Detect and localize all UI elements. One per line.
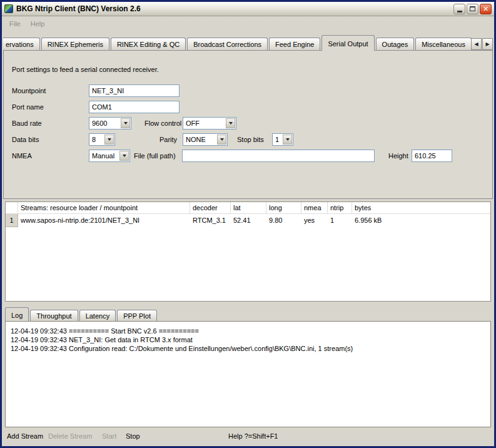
titlebar[interactable]: BKG Ntrip Client (BNC) Version 2.6 ✕ (2, 2, 494, 16)
baud-rate-label: Baud rate (12, 117, 42, 130)
bytes-column-header: bytes (352, 202, 490, 213)
menubar: File Help (2, 17, 494, 30)
lat-column-header: lat (231, 202, 266, 213)
tab-ppp-plot[interactable]: PPP Plot (117, 310, 157, 321)
flow-control-select[interactable]: OFF (183, 117, 236, 130)
minimize-icon (457, 11, 462, 13)
add-stream-button[interactable]: Add Stream (7, 432, 43, 440)
tab-scroll-right-button[interactable]: ▶ (482, 38, 493, 50)
log-line: 12-04-19 09:32:43 ========== Start BNC v… (11, 327, 485, 335)
baud-rate-select[interactable]: 9600 (89, 117, 131, 130)
long-cell: 9.80 (266, 214, 301, 227)
tab-observations[interactable]: ervations (3, 38, 40, 50)
flow-control-label: Flow control (144, 117, 181, 130)
data-bits-select[interactable]: 8 (89, 133, 115, 146)
tab-log[interactable]: Log (5, 307, 29, 321)
data-bits-value: 8 (92, 135, 96, 144)
stop-bits-select[interactable]: 1 (272, 133, 293, 146)
lat-cell: 52.41 (231, 214, 266, 227)
tab-serial-output[interactable]: Serial Output (321, 35, 374, 51)
tab-bar: ervations RINEX Ephemeris RINEX Editing … (3, 35, 493, 51)
stop-bits-value: 1 (275, 135, 279, 144)
dropdown-arrow-icon (217, 135, 226, 145)
log-line: 12-04-19 09:32:43 NET_3_NI: Get data in … (11, 335, 485, 344)
long-column-header: long (266, 202, 301, 213)
maximize-icon (470, 6, 475, 11)
file-path-label: File (full path) (134, 150, 176, 162)
row-number-cell: 1 (6, 214, 18, 227)
stop-button[interactable]: Stop (126, 432, 140, 440)
right-arrow-icon: ▶ (485, 41, 489, 47)
tab-latency[interactable]: Latency (79, 310, 116, 321)
streams-table-header: Streams: resource loader / mountpoint de… (6, 202, 490, 214)
port-name-input[interactable] (89, 101, 180, 113)
parity-select[interactable]: NONE (183, 133, 228, 146)
height-label: Height (388, 150, 408, 162)
menu-help[interactable]: Help (26, 19, 50, 29)
dropdown-arrow-icon (104, 135, 114, 145)
flow-control-value: OFF (186, 119, 200, 128)
nmea-value: Manual (92, 151, 114, 160)
left-arrow-icon: ◀ (474, 41, 478, 47)
ntrip-column-header: ntrip (328, 202, 352, 213)
tab-feed-engine[interactable]: Feed Engine (269, 38, 320, 50)
tab-scroll-left-button[interactable]: ◀ (471, 38, 482, 50)
menu-file[interactable]: File (4, 19, 26, 29)
height-input[interactable] (412, 150, 452, 162)
start-button[interactable]: Start (102, 432, 116, 440)
tab-rinex-ephemeris[interactable]: RINEX Ephemeris (41, 38, 109, 50)
nmea-select[interactable]: Manual (89, 150, 130, 162)
mountpoint-input[interactable] (89, 84, 180, 97)
close-icon: ✕ (483, 6, 488, 13)
tab-miscellaneous[interactable]: Miscellaneous (415, 38, 472, 50)
close-button[interactable]: ✕ (480, 4, 492, 14)
maximize-button[interactable] (467, 4, 478, 14)
streams-table: Streams: resource loader / mountpoint de… (5, 201, 491, 302)
dropdown-arrow-icon (119, 151, 129, 161)
nmea-cell: yes (301, 214, 328, 227)
tab-outages[interactable]: Outages (376, 38, 415, 50)
stop-bits-label: Stop bits (237, 133, 264, 146)
serial-output-panel: Port settings to feed a serial connected… (3, 50, 493, 199)
footer-bar: Add Stream Delete Stream Start Stop Help… (2, 429, 494, 446)
mountpoint-label: Mountpoint (12, 84, 46, 97)
data-bits-label: Data bits (12, 133, 39, 146)
mountpoint-column-header: Streams: resource loader / mountpoint (18, 202, 190, 213)
tab-broadcast-corrections[interactable]: Broadcast Corrections (187, 38, 268, 50)
log-view[interactable]: 12-04-19 09:32:43 ========== Start BNC v… (5, 321, 491, 427)
row-number-header (6, 202, 18, 213)
bnc-window: BKG Ntrip Client (BNC) Version 2.6 ✕ Fil… (0, 0, 496, 448)
dropdown-arrow-icon (121, 118, 130, 128)
app-icon (4, 4, 13, 13)
window-title: BKG Ntrip Client (BNC) Version 2.6 (16, 4, 453, 13)
mountpoint-cell: www.sapos-ni-ntrip.de:2101/NET_3_NI (18, 214, 190, 227)
tab-throughput[interactable]: Throughput (30, 310, 78, 321)
tab-rinex-editing-qc[interactable]: RINEX Editing & QC (111, 38, 186, 50)
log-line: 12-04-19 09:32:43 Configuration read: C:… (11, 344, 485, 353)
ntrip-cell: 1 (328, 214, 352, 227)
tab-scroll-buttons: ◀ ▶ (470, 38, 493, 50)
parity-value: NONE (186, 135, 206, 144)
minimize-button[interactable] (453, 4, 465, 14)
nmea-label: NMEA (12, 150, 32, 162)
dropdown-arrow-icon (226, 118, 235, 128)
bottom-tab-bar: Log Throughput Latency PPP Plot (5, 307, 158, 321)
delete-stream-button[interactable]: Delete Stream (48, 432, 92, 440)
decoder-cell: RTCM_3.1 (190, 214, 231, 227)
window-controls: ✕ (453, 4, 492, 14)
bytes-cell: 6.956 kB (352, 214, 490, 227)
panel-description: Port settings to feed a serial connected… (12, 63, 159, 76)
file-path-input[interactable] (182, 150, 375, 162)
parity-label: Parity (159, 133, 177, 146)
help-shortcut-label: Help ?=Shift+F1 (228, 432, 278, 440)
dropdown-arrow-icon (283, 135, 292, 145)
baud-rate-value: 9600 (92, 119, 107, 128)
nmea-column-header: nmea (301, 202, 328, 213)
table-row[interactable]: 1 www.sapos-ni-ntrip.de:2101/NET_3_NI RT… (6, 214, 490, 227)
decoder-column-header: decoder (190, 202, 231, 213)
port-name-label: Port name (12, 101, 44, 113)
